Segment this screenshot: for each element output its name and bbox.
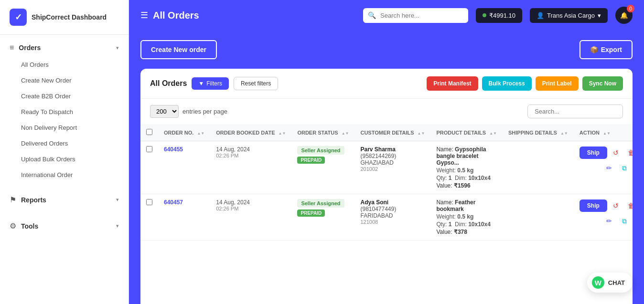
table-wrapper: ORDER NO. ▲▼ ORDER BOOKED DATE ▲▼ ORDER …: [140, 124, 633, 304]
sort-customer-icon[interactable]: ▲▼: [418, 132, 425, 136]
sidebar-logo: ✓ ShipCorrect Dashboard: [0, 0, 129, 35]
notification-button[interactable]: 🔔 0: [615, 7, 633, 24]
sidebar-item-create-new-order[interactable]: Create New Order: [0, 73, 129, 88]
user-chevron-icon: ▾: [598, 12, 601, 19]
sort-action-icon[interactable]: ▲▼: [603, 132, 611, 136]
bulk-process-button[interactable]: Bulk Process: [482, 76, 532, 91]
customer-pin-0: 201002: [360, 166, 425, 172]
page-content: Create New order 📦 Export All Orders ▼ F…: [129, 31, 644, 304]
reports-section-header[interactable]: ⚑ Reports ▾: [0, 190, 129, 209]
sidebar-item-non-delivery-report[interactable]: Non Delivery Report: [0, 120, 129, 136]
row-time-text-0: 02:26 PM: [216, 153, 286, 158]
product-weight-0: Weight: 0.5 kg: [436, 167, 497, 174]
delete-button-0[interactable]: 🗑: [624, 146, 633, 159]
whatsapp-icon: W: [592, 276, 604, 289]
reports-section-label: Reports: [21, 196, 46, 204]
order-no-link-0[interactable]: 640455: [164, 146, 183, 153]
edit-button-1[interactable]: ✏: [602, 214, 616, 228]
sidebar-item-delivered-orders[interactable]: Delivered Orders: [0, 136, 129, 151]
col-shipping-details[interactable]: SHIPPING DETAILS ▲▼: [503, 124, 574, 141]
delete-button-1[interactable]: 🗑: [624, 199, 633, 212]
row-action-0: Ship ↺ 🗑 ✏ ⧉: [574, 141, 633, 194]
orders-icon: ≡: [10, 43, 14, 52]
status-badge-1: Seller Assigned: [297, 199, 344, 208]
user-name: Trans Asia Cargo: [547, 12, 595, 19]
entries-control: 200 100 50 entries per page: [150, 105, 227, 118]
row-shipping-1: [503, 194, 574, 241]
edit-button-0[interactable]: ✏: [602, 161, 616, 175]
logo-icon: ✓: [10, 9, 27, 26]
user-button[interactable]: 👤 Trans Asia Cargo ▾: [530, 8, 608, 23]
sidebar-item-create-b2b-order[interactable]: Create B2B Order: [0, 88, 129, 104]
order-no-link-1[interactable]: 640457: [164, 199, 183, 206]
product-weight-1: Weight: 0.5 kg: [436, 213, 497, 220]
sidebar-item-ready-to-dispatch[interactable]: Ready To Dispatch: [0, 104, 129, 120]
sort-shipping-icon[interactable]: ▲▼: [560, 132, 568, 136]
sidebar-item-international-order[interactable]: International Order: [0, 167, 129, 183]
wallet-status-dot: [483, 13, 486, 17]
row-date-text-0: 14 Aug, 2024: [216, 146, 286, 153]
print-label-button[interactable]: Print Label: [536, 76, 579, 91]
col-checkbox: [140, 124, 158, 141]
header-title: All Orders: [153, 10, 199, 21]
col-order-booked-date[interactable]: ORDER BOOKED DATE ▲▼: [210, 124, 291, 141]
orders-section-header[interactable]: ≡ Orders ▾: [0, 39, 129, 57]
row-checkbox-input-0[interactable]: [146, 146, 152, 152]
col-order-status[interactable]: ORDER STATUS ▲▼: [291, 124, 354, 141]
filters-button[interactable]: ▼ Filters: [192, 77, 229, 90]
row-customer-1: Adya Soni (9810477449) FARIDABAD 121008: [354, 194, 430, 241]
main-content: ☰ All Orders 🔍 ₹4991.10 👤 Trans Asia Car…: [129, 0, 644, 304]
col-product-details[interactable]: PRODUCT DETAILS ▲▼: [430, 124, 503, 141]
customer-phone-0: (9582144269): [360, 153, 425, 159]
create-order-button[interactable]: Create New order: [140, 40, 217, 59]
header-search-input[interactable]: [363, 8, 468, 23]
logo-text: ShipCorrect Dashboard: [32, 13, 107, 21]
sort-date-icon[interactable]: ▲▼: [279, 132, 286, 136]
sync-now-button[interactable]: Sync Now: [582, 76, 623, 91]
entries-select[interactable]: 200 100 50: [150, 105, 179, 118]
copy-button-0[interactable]: ⧉: [618, 161, 631, 175]
row-shipping-0: [503, 141, 574, 194]
hamburger-icon[interactable]: ☰: [140, 10, 148, 21]
reset-filters-button[interactable]: Reset filters: [234, 77, 278, 90]
print-manifest-button[interactable]: Print Manifest: [427, 76, 478, 91]
tools-chevron-icon: ▾: [116, 223, 119, 229]
row-product-1: Name: Feather bookmark Weight: 0.5 kg Qt…: [430, 194, 503, 241]
col-action[interactable]: ACTION ▲▼: [574, 124, 633, 141]
sort-product-icon[interactable]: ▲▼: [489, 132, 497, 136]
row-order-no-0: 640455: [158, 141, 210, 194]
wallet-amount: ₹4991.10: [489, 12, 515, 19]
undo-button-1[interactable]: ↺: [609, 199, 623, 212]
select-all-checkbox[interactable]: [146, 129, 152, 135]
product-value-0: Value: ₹1596: [436, 182, 497, 189]
sidebar-item-upload-bulk-orders[interactable]: Upload Bulk Orders: [0, 151, 129, 167]
export-button[interactable]: 📦 Export: [580, 40, 633, 59]
ship-button-0[interactable]: Ship: [580, 147, 607, 159]
table-row: 640455 14 Aug, 2024 02:26 PM Seller Assi…: [140, 141, 633, 194]
sort-order-no-icon[interactable]: ▲▼: [197, 132, 204, 136]
status-badge-0: Seller Assigned: [297, 146, 344, 155]
sidebar-item-all-orders[interactable]: All Orders: [0, 57, 129, 73]
export-label: Export: [601, 46, 622, 53]
table-header-row: ORDER NO. ▲▼ ORDER BOOKED DATE ▲▼ ORDER …: [140, 124, 633, 141]
chat-widget[interactable]: W CHAT: [587, 273, 633, 293]
table-search-input[interactable]: [527, 105, 623, 118]
tools-section-header[interactable]: ⚙ Tools ▾: [0, 217, 129, 235]
sort-status-icon[interactable]: ▲▼: [342, 132, 349, 136]
product-qty-dim-1: Qty: 1 Dim: 10x10x4: [436, 221, 497, 228]
wallet-button[interactable]: ₹4991.10: [476, 8, 522, 23]
chat-label: CHAT: [608, 279, 625, 286]
top-header: ☰ All Orders 🔍 ₹4991.10 👤 Trans Asia Car…: [129, 0, 644, 31]
reports-icon: ⚑: [10, 195, 16, 204]
orders-section: ≡ Orders ▾ All Orders Create New Order C…: [0, 35, 129, 187]
notification-badge: 0: [627, 5, 634, 12]
col-customer-details[interactable]: CUSTOMER DETAILS ▲▼: [354, 124, 430, 141]
tools-section: ⚙ Tools ▾: [0, 213, 129, 239]
entries-label: entries per page: [182, 108, 227, 115]
col-order-no[interactable]: ORDER NO. ▲▼: [158, 124, 210, 141]
row-checkbox-input-1[interactable]: [146, 199, 152, 205]
undo-button-0[interactable]: ↺: [609, 146, 623, 159]
payment-badge-1: PREPAID: [297, 210, 325, 217]
copy-button-1[interactable]: ⧉: [618, 214, 631, 228]
ship-button-1[interactable]: Ship: [580, 199, 607, 212]
